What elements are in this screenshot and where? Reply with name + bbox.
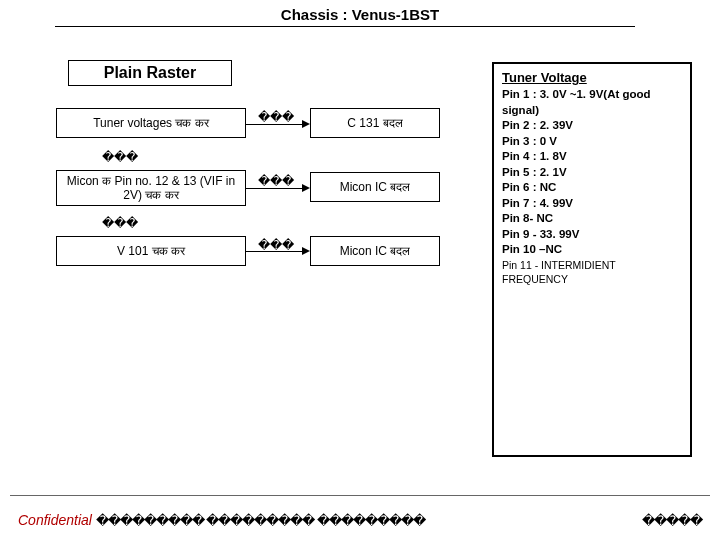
down-label-1: ��� (102, 150, 138, 164)
page-number-boxes: ����� (642, 513, 702, 528)
flow-left-3: V 101 चक कर (56, 236, 246, 266)
section-header: Plain Raster (68, 60, 232, 86)
footer: Confidential ��������� ��������� �������… (18, 512, 702, 528)
voltage-line-last: Pin 11 - INTERMIDIENT FREQUENCY (502, 258, 682, 286)
confidential-boxes: ��������� ��������� ��������� (96, 513, 425, 528)
connector-3 (246, 251, 306, 252)
arrow-label-3: ��� (258, 238, 294, 252)
voltage-line: Pin 3 : 0 V (502, 134, 682, 150)
flow-right-2: Micon IC बदल (310, 172, 440, 202)
confidential-label: Confidential (18, 512, 96, 528)
voltage-line: Pin 1 : 3. 0V ~1. 9V(At good signal) (502, 87, 682, 118)
arrow-label-1: ��� (258, 110, 294, 124)
flow-right-3: Micon IC बदल (310, 236, 440, 266)
voltage-line: Pin 7 : 4. 99V (502, 196, 682, 212)
voltage-title: Tuner Voltage (502, 70, 682, 85)
voltage-line: Pin 8- NC (502, 211, 682, 227)
voltage-line: Pin 5 : 2. 1V (502, 165, 682, 181)
connector-head-3 (302, 247, 310, 255)
voltage-line: Pin 4 : 1. 8V (502, 149, 682, 165)
voltage-line: Pin 6 : NC (502, 180, 682, 196)
connector-head-2 (302, 184, 310, 192)
voltage-line: Pin 2 : 2. 39V (502, 118, 682, 134)
connector-head-1 (302, 120, 310, 128)
down-label-2: ��� (102, 216, 138, 230)
voltage-line: Pin 9 - 33. 99V (502, 227, 682, 243)
flow-left-2: Micon क Pin no. 12 & 13 (VIF in 2V) चक क… (56, 170, 246, 206)
page-title: Chassis : Venus-1BST (0, 6, 720, 23)
title-rule (55, 26, 635, 27)
connector-2 (246, 188, 306, 189)
footer-rule (10, 495, 710, 496)
voltage-panel: Tuner Voltage Pin 1 : 3. 0V ~1. 9V(At go… (492, 62, 692, 457)
voltage-line: Pin 10 –NC (502, 242, 682, 258)
connector-1 (246, 124, 306, 125)
arrow-label-2: ��� (258, 174, 294, 188)
flow-left-1: Tuner voltages चक कर (56, 108, 246, 138)
flow-right-1: C 131 बदल (310, 108, 440, 138)
